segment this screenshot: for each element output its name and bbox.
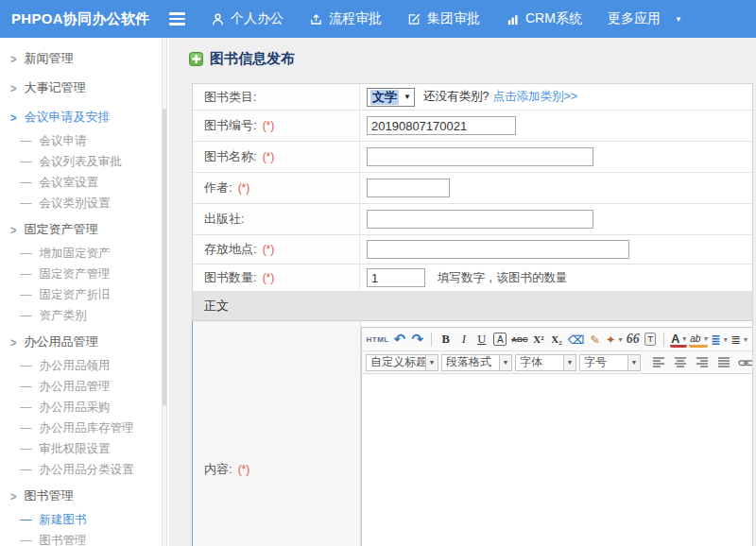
chevron-right-icon: > [10,213,16,246]
nav-item-label: 更多应用 [608,10,661,27]
nav-item-workflow-approval[interactable]: 流程审批 [309,10,382,27]
dash-icon: — [20,176,32,189]
sidebar-item[interactable]: —办公用品采购 [0,397,169,418]
storage-location-input[interactable] [367,240,629,259]
required-mark: (*) [263,243,275,256]
auto-typeset-button[interactable]: ✦ [605,331,623,349]
sidebar-item-label: 会议申请 [40,134,87,147]
sidebar-item[interactable]: —审批权限设置 [0,438,169,459]
sidebar-item-label: 固定资产折旧 [40,288,111,301]
sidebar-group-toggle[interactable]: >会议申请及安排 [0,104,169,130]
align-center-button[interactable] [671,354,690,370]
align-justify-button[interactable] [714,354,733,370]
field-label: 图书名称: [204,148,257,165]
char-border-button[interactable]: A [493,333,507,346]
sidebar-scrollbar-thumb[interactable] [163,109,166,406]
field-label-cell: 图书名称:(*) [193,142,360,172]
sidebar-item[interactable]: —增加固定资产 [0,243,169,264]
link-button[interactable] [736,354,752,370]
dash-icon: — [20,463,32,476]
field-input-cell [360,173,752,203]
align-right-button[interactable] [693,354,712,370]
dash-icon: — [20,421,32,435]
sidebar-group-toggle[interactable]: >新闻管理 [0,45,169,72]
sidebar-item[interactable]: —会议室设置 [0,172,169,193]
book-name-input[interactable] [367,147,593,166]
required-mark: (*) [238,463,250,476]
book-quantity-input[interactable] [367,268,425,287]
paste-text-button[interactable]: T [644,333,656,346]
blockquote-button[interactable]: 66 [625,331,641,349]
author-input[interactable] [367,179,450,197]
custom-title-select[interactable]: 自定义标题▼ [366,354,438,371]
editor-toolbar-row2: 自定义标题▼段落格式▼字体▼字号▼ [362,351,752,374]
page-title-text: 图书信息发布 [210,50,295,68]
sidebar-group-toggle[interactable]: >固定资产管理 [0,216,169,243]
font-family-select[interactable]: 字体▼ [515,354,576,371]
combo-label: 自定义标题 [367,354,425,370]
nav-item-label: 个人办公 [231,10,284,27]
sidebar-item[interactable]: —办公用品分类设置 [0,459,169,480]
chevron-down-icon: ▼ [563,355,576,370]
book-number-input[interactable] [367,116,516,135]
underline-button[interactable]: U [473,331,490,349]
category-select-value: 文学 [370,90,399,105]
ordered-list-button[interactable]: ≣ [730,331,748,349]
sidebar-item[interactable]: —会议列表及审批 [0,151,169,172]
source-code-button[interactable]: HTML [366,331,389,349]
font-size-select[interactable]: 字号▼ [579,354,641,371]
subscript-button[interactable]: X₂ [548,331,564,349]
form-rows-container: 图书编号:(*)图书名称:(*)作者:(*)出版社:存放地点:(*)图书数量:(… [193,111,752,292]
sidebar-item[interactable]: —图书管理 [0,530,169,546]
sidebar-group-toggle[interactable]: >大事记管理 [0,75,169,101]
app-window: PHPOA协同办公软件 个人办公流程审批集团审批CRM系统更多应用▼ >新闻管理… [0,0,756,546]
sidebar-menu: >新闻管理>大事记管理>会议申请及安排—会议申请—会议列表及审批—会议室设置—会… [0,43,169,546]
add-plus-icon [189,52,203,66]
sidebar-item[interactable]: —办公用品领用 [0,355,169,376]
italic-button[interactable]: I [455,331,472,349]
remove-format-button[interactable]: ⌫ [566,331,585,349]
category-label-cell: 图书类目: [193,84,360,110]
nav-item-more-apps[interactable]: 更多应用▼ [608,10,682,27]
sidebar-item[interactable]: —会议申请 [0,130,169,151]
sidebar-group-toggle[interactable]: >办公用品管理 [0,329,169,355]
sidebar-item[interactable]: —固定资产折旧 [0,284,169,305]
sidebar-item[interactable]: —办公用品库存管理 [0,418,169,438]
bold-button[interactable]: B [438,331,454,349]
sidebar-item[interactable]: —固定资产管理 [0,264,169,284]
superscript-button[interactable]: X² [530,331,546,349]
undo-button[interactable]: ↶ [391,331,407,349]
category-select[interactable]: 文学 ▼ [367,88,415,107]
align-left-button[interactable] [649,354,668,370]
dash-icon: — [20,513,32,526]
dash-icon: — [20,401,32,414]
hamburger-menu-icon[interactable] [165,8,188,30]
sidebar-item[interactable]: —新建图书 [0,509,169,530]
format-brush-button[interactable]: ✎ [587,331,603,349]
nav-item-personal-office[interactable]: 个人办公 [211,10,284,27]
sidebar-group-label: 办公用品管理 [24,334,97,349]
paragraph-format-select[interactable]: 段落格式▼ [441,354,512,371]
rich-text-editor: HTML↶↷BIUAABCX²X₂⌫✎✦66TAab≣≣ 自定义标题▼段落格式▼… [361,327,752,546]
sidebar-group-label: 固定资产管理 [24,222,97,236]
strikethrough-button[interactable]: ABC [510,331,528,349]
nav-item-group-approval[interactable]: 集团审批 [407,10,480,27]
sidebar-item[interactable]: —办公用品管理 [0,376,169,397]
add-category-link[interactable]: 点击添加类别>> [492,89,577,105]
redo-button[interactable]: ↷ [409,331,425,349]
sidebar-item[interactable]: —会议类别设置 [0,193,169,213]
bullet-list-button[interactable]: ≣ [710,331,728,349]
dash-icon: — [20,247,32,260]
sidebar-item[interactable]: —资产类别 [0,305,169,326]
nav-item-crm-system[interactable]: CRM系统 [506,10,582,27]
field-label-cell: 图书编号:(*) [193,111,360,141]
editor-content-area[interactable] [362,374,752,546]
sidebar-group-toggle[interactable]: >图书管理 [0,483,169,509]
font-color-button[interactable]: A [670,333,687,348]
field-note: 填写数字，该图书的数量 [438,270,568,286]
chevron-down-icon: ▼ [627,355,640,370]
dash-icon: — [20,380,32,393]
field-label: 内容: [204,461,232,478]
highlight-color-button[interactable]: ab [689,333,708,348]
publisher-input[interactable] [367,210,593,229]
